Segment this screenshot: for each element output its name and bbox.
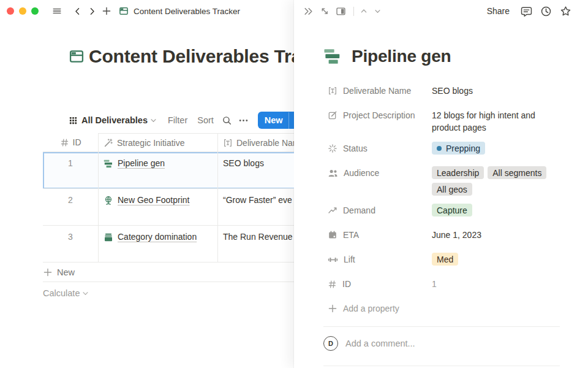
more-options-icon[interactable] (238, 115, 249, 126)
record-title-text[interactable]: Pipeline gen (352, 47, 451, 66)
property-value[interactable]: Capture (432, 201, 560, 217)
user-avatar: D (323, 336, 338, 351)
column-header-id[interactable]: ID (43, 133, 98, 152)
search-icon[interactable] (222, 115, 232, 126)
cell-deliverable-name[interactable]: SEO blogs (217, 152, 294, 189)
header-divider (353, 7, 354, 16)
next-record-icon[interactable] (374, 7, 382, 15)
sort-button[interactable]: Sort (197, 115, 214, 125)
property-label[interactable]: Audience (328, 163, 432, 183)
minimize-window-button[interactable] (19, 7, 26, 15)
plus-icon (328, 304, 337, 313)
new-button[interactable]: New (258, 112, 294, 129)
comment-input[interactable]: Add a comment... (345, 339, 415, 348)
tag-pill[interactable]: Prepping (432, 142, 485, 155)
chevron-down-icon[interactable] (149, 117, 157, 125)
property-value[interactable]: Med (432, 250, 560, 266)
property-value[interactable]: Prepping (432, 139, 560, 155)
zoom-window-button[interactable] (31, 7, 39, 15)
property-label[interactable]: Demand (328, 201, 432, 220)
tag-pill[interactable]: All geos (432, 183, 472, 196)
nav-back-icon[interactable] (73, 7, 82, 16)
panel-header: Share (294, 0, 588, 22)
close-window-button[interactable] (7, 7, 14, 15)
tag-pill[interactable]: All segments (488, 166, 546, 179)
property-value[interactable]: 1 (432, 274, 560, 290)
status-dot (437, 146, 442, 151)
property-value[interactable]: SEO blogs (432, 81, 560, 97)
new-page-icon[interactable] (102, 6, 111, 16)
add-property-button[interactable]: Add a property (328, 299, 560, 318)
property-value[interactable]: June 1, 2023 (432, 225, 560, 241)
comment-row: D Add a comment... (323, 334, 560, 353)
comments-icon[interactable] (521, 6, 532, 17)
breadcrumb-title[interactable]: Content Deliverables Tracker (134, 7, 240, 16)
property-label[interactable]: ETA (328, 225, 432, 245)
dumbbell-icon (328, 255, 338, 265)
property-label-text: Deliverable Name (343, 86, 411, 96)
favorite-star-icon[interactable] (560, 6, 571, 17)
database-page-icon (119, 6, 129, 16)
section-divider (323, 326, 560, 327)
globe-icon (104, 196, 113, 205)
column-header-label: Strategic Initiative (117, 138, 185, 148)
view-switcher[interactable]: All Deliverables (81, 115, 148, 125)
page-link[interactable]: Pipeline gen (118, 158, 165, 168)
prev-record-icon[interactable] (360, 7, 368, 15)
column-header-label: ID (73, 137, 81, 147)
cell-id[interactable]: 1 (43, 152, 98, 189)
property-label-text: Project Description (343, 110, 415, 120)
expand-page-icon[interactable] (320, 6, 330, 16)
sidebar-menu-icon[interactable] (52, 6, 62, 16)
title-icon (328, 86, 337, 96)
filter-button[interactable]: Filter (168, 115, 187, 125)
add-row-button[interactable]: New (43, 263, 294, 282)
tag-pill[interactable]: Med (432, 253, 458, 266)
title-icon (223, 138, 233, 148)
property-label[interactable]: ID (328, 274, 432, 294)
cell-strategic-initiative[interactable]: New Geo Footprint (98, 189, 217, 226)
column-header-deliverable-name[interactable]: Deliverable Name (217, 133, 294, 152)
page-link[interactable]: Category domination (118, 232, 197, 242)
property-label[interactable]: Deliverable Name (328, 81, 432, 101)
page-link[interactable]: New Geo Footprint (118, 195, 190, 205)
side-peek-mode-icon[interactable] (336, 6, 346, 17)
calculate-label: Calculate (43, 288, 80, 298)
nav-forward-icon[interactable] (88, 7, 97, 16)
property-label[interactable]: Lift (328, 250, 432, 269)
status-icon (328, 144, 337, 153)
updates-clock-icon[interactable] (540, 6, 552, 17)
new-button-label[interactable]: New (258, 115, 288, 125)
cell-strategic-initiative[interactable]: Pipeline gen (98, 152, 217, 189)
collapse-panel-icon[interactable] (303, 6, 314, 17)
tag-pill[interactable]: Leadership (432, 166, 484, 179)
cell-id[interactable]: 3 (43, 226, 98, 263)
calculate-button[interactable]: Calculate (43, 287, 89, 299)
table-row[interactable]: 2New Geo Footprint“Grow Faster” eve (43, 189, 294, 226)
chevron-down-icon (81, 289, 89, 297)
property-value[interactable]: 12 blogs for high intent and product pag… (432, 105, 560, 134)
record-page-icon[interactable] (323, 47, 342, 66)
panel-body: Deliverable NameSEO blogsProject Descrip… (323, 81, 560, 353)
column-header-strategic-initiative[interactable]: Strategic Initiative (98, 133, 217, 152)
table-row[interactable]: 3Category dominationThe Run Revenue S (43, 226, 294, 263)
property-row-audience: AudienceLeadershipAll segmentsAll geos (328, 163, 560, 196)
property-label[interactable]: Project Description (328, 105, 432, 125)
property-value[interactable]: LeadershipAll segmentsAll geos (432, 163, 560, 196)
tag-pill[interactable]: Capture (432, 204, 472, 217)
table-row[interactable]: 1Pipeline genSEO blogs (43, 152, 294, 189)
property-row-id: ID1 (328, 274, 560, 294)
property-row-lift: LiftMed (328, 250, 560, 269)
cell-id[interactable]: 2 (43, 189, 98, 226)
property-label-text: Lift (344, 255, 355, 264)
page-icon[interactable] (69, 48, 85, 64)
property-label[interactable]: Status (328, 139, 432, 158)
cell-deliverable-name[interactable]: “Grow Faster” eve (217, 189, 294, 226)
table-view-icon (69, 116, 78, 125)
bottom-divider (323, 366, 560, 366)
page-title[interactable]: Content Deliverables Tracker (89, 46, 294, 67)
cell-deliverable-name[interactable]: The Run Revenue S (217, 226, 294, 263)
share-button[interactable]: Share (484, 6, 513, 16)
cell-strategic-initiative[interactable]: Category domination (98, 226, 217, 263)
new-dropdown-icon[interactable] (289, 117, 294, 125)
